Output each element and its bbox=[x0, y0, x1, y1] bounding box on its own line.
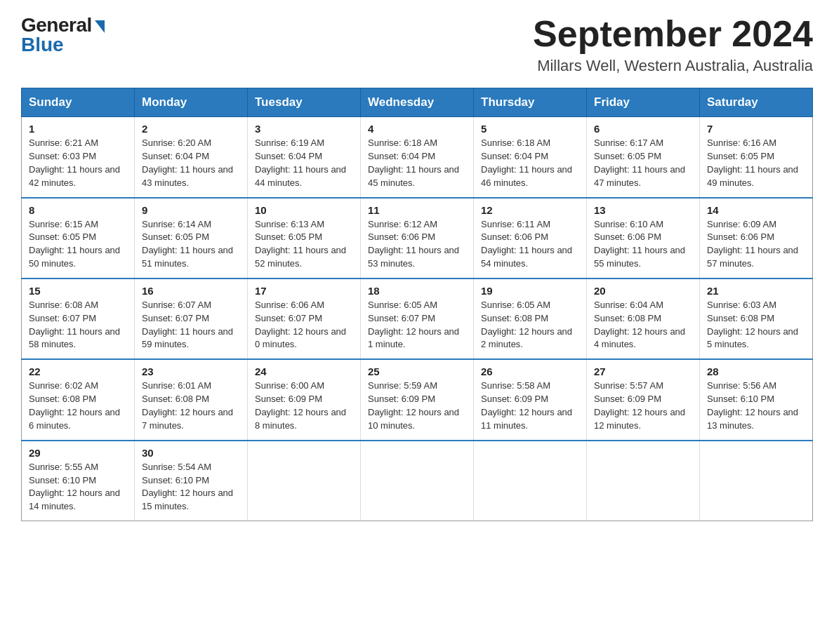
day-info: Sunrise: 6:06 AMSunset: 6:07 PMDaylight:… bbox=[255, 299, 353, 351]
calendar-day-cell: 10 Sunrise: 6:13 AMSunset: 6:05 PMDaylig… bbox=[248, 198, 361, 279]
calendar-week-row: 29 Sunrise: 5:55 AMSunset: 6:10 PMDaylig… bbox=[22, 441, 813, 521]
calendar-day-cell: 7 Sunrise: 6:16 AMSunset: 6:05 PMDayligh… bbox=[700, 117, 813, 198]
calendar-day-cell: 15 Sunrise: 6:08 AMSunset: 6:07 PMDaylig… bbox=[22, 279, 135, 359]
col-monday: Monday bbox=[135, 88, 248, 117]
calendar-day-cell bbox=[700, 441, 813, 521]
calendar-day-cell: 22 Sunrise: 6:02 AMSunset: 6:08 PMDaylig… bbox=[22, 359, 135, 440]
day-info: Sunrise: 5:56 AMSunset: 6:10 PMDaylight:… bbox=[707, 380, 805, 432]
day-number: 20 bbox=[594, 285, 692, 297]
day-number: 23 bbox=[142, 365, 240, 377]
col-sunday: Sunday bbox=[22, 88, 135, 117]
day-info: Sunrise: 5:55 AMSunset: 6:10 PMDaylight:… bbox=[29, 461, 127, 514]
calendar-day-cell: 29 Sunrise: 5:55 AMSunset: 6:10 PMDaylig… bbox=[22, 441, 135, 521]
day-number: 7 bbox=[707, 123, 805, 135]
day-number: 16 bbox=[142, 285, 240, 297]
day-info: Sunrise: 6:02 AMSunset: 6:08 PMDaylight:… bbox=[29, 380, 127, 432]
day-info: Sunrise: 6:09 AMSunset: 6:06 PMDaylight:… bbox=[707, 218, 805, 271]
calendar-day-cell: 11 Sunrise: 6:12 AMSunset: 6:06 PMDaylig… bbox=[361, 198, 474, 279]
day-number: 14 bbox=[707, 204, 805, 216]
title-area: September 2024 Millars Well, Western Aus… bbox=[533, 14, 813, 75]
day-info: Sunrise: 5:59 AMSunset: 6:09 PMDaylight:… bbox=[368, 380, 466, 432]
logo: General Blue bbox=[21, 14, 105, 56]
day-number: 5 bbox=[481, 123, 579, 135]
calendar-day-cell: 2 Sunrise: 6:20 AMSunset: 6:04 PMDayligh… bbox=[135, 117, 248, 198]
calendar-day-cell bbox=[474, 441, 587, 521]
day-info: Sunrise: 6:07 AMSunset: 6:07 PMDaylight:… bbox=[142, 299, 240, 351]
calendar-day-cell: 28 Sunrise: 5:56 AMSunset: 6:10 PMDaylig… bbox=[700, 359, 813, 440]
day-info: Sunrise: 6:04 AMSunset: 6:08 PMDaylight:… bbox=[594, 299, 692, 351]
calendar-week-row: 1 Sunrise: 6:21 AMSunset: 6:03 PMDayligh… bbox=[22, 117, 813, 198]
day-number: 1 bbox=[29, 123, 127, 135]
day-info: Sunrise: 6:01 AMSunset: 6:08 PMDaylight:… bbox=[142, 380, 240, 432]
day-number: 15 bbox=[29, 285, 127, 297]
day-info: Sunrise: 6:14 AMSunset: 6:05 PMDaylight:… bbox=[142, 218, 240, 271]
day-number: 17 bbox=[255, 285, 353, 297]
day-info: Sunrise: 6:17 AMSunset: 6:05 PMDaylight:… bbox=[594, 137, 692, 189]
day-info: Sunrise: 6:03 AMSunset: 6:08 PMDaylight:… bbox=[707, 299, 805, 351]
day-info: Sunrise: 6:18 AMSunset: 6:04 PMDaylight:… bbox=[481, 137, 579, 189]
calendar-day-cell: 13 Sunrise: 6:10 AMSunset: 6:06 PMDaylig… bbox=[587, 198, 700, 279]
calendar-day-cell bbox=[248, 441, 361, 521]
calendar-day-cell: 25 Sunrise: 5:59 AMSunset: 6:09 PMDaylig… bbox=[361, 359, 474, 440]
calendar-day-cell bbox=[361, 441, 474, 521]
day-info: Sunrise: 6:00 AMSunset: 6:09 PMDaylight:… bbox=[255, 380, 353, 432]
calendar-week-row: 22 Sunrise: 6:02 AMSunset: 6:08 PMDaylig… bbox=[22, 359, 813, 440]
day-number: 22 bbox=[29, 365, 127, 377]
day-info: Sunrise: 6:15 AMSunset: 6:05 PMDaylight:… bbox=[29, 218, 127, 271]
calendar-day-cell: 5 Sunrise: 6:18 AMSunset: 6:04 PMDayligh… bbox=[474, 117, 587, 198]
calendar-day-cell: 30 Sunrise: 5:54 AMSunset: 6:10 PMDaylig… bbox=[135, 441, 248, 521]
calendar-day-cell: 8 Sunrise: 6:15 AMSunset: 6:05 PMDayligh… bbox=[22, 198, 135, 279]
day-number: 2 bbox=[142, 123, 240, 135]
day-number: 29 bbox=[29, 447, 127, 459]
day-number: 28 bbox=[707, 365, 805, 377]
day-number: 13 bbox=[594, 204, 692, 216]
day-number: 6 bbox=[594, 123, 692, 135]
day-info: Sunrise: 5:58 AMSunset: 6:09 PMDaylight:… bbox=[481, 380, 579, 432]
day-number: 11 bbox=[368, 204, 466, 216]
calendar-day-cell: 23 Sunrise: 6:01 AMSunset: 6:08 PMDaylig… bbox=[135, 359, 248, 440]
day-info: Sunrise: 6:13 AMSunset: 6:05 PMDaylight:… bbox=[255, 218, 353, 271]
calendar-day-cell: 20 Sunrise: 6:04 AMSunset: 6:08 PMDaylig… bbox=[587, 279, 700, 359]
calendar-day-cell: 6 Sunrise: 6:17 AMSunset: 6:05 PMDayligh… bbox=[587, 117, 700, 198]
calendar-header-row: Sunday Monday Tuesday Wednesday Thursday… bbox=[22, 88, 813, 117]
day-info: Sunrise: 6:10 AMSunset: 6:06 PMDaylight:… bbox=[594, 218, 692, 271]
calendar-day-cell: 18 Sunrise: 6:05 AMSunset: 6:07 PMDaylig… bbox=[361, 279, 474, 359]
calendar-table: Sunday Monday Tuesday Wednesday Thursday… bbox=[21, 88, 813, 521]
calendar-day-cell: 21 Sunrise: 6:03 AMSunset: 6:08 PMDaylig… bbox=[700, 279, 813, 359]
day-number: 24 bbox=[255, 365, 353, 377]
day-number: 4 bbox=[368, 123, 466, 135]
day-number: 19 bbox=[481, 285, 579, 297]
day-number: 9 bbox=[142, 204, 240, 216]
day-number: 3 bbox=[255, 123, 353, 135]
calendar-day-cell: 12 Sunrise: 6:11 AMSunset: 6:06 PMDaylig… bbox=[474, 198, 587, 279]
calendar-day-cell: 19 Sunrise: 6:05 AMSunset: 6:08 PMDaylig… bbox=[474, 279, 587, 359]
day-info: Sunrise: 6:20 AMSunset: 6:04 PMDaylight:… bbox=[142, 137, 240, 189]
calendar-day-cell: 17 Sunrise: 6:06 AMSunset: 6:07 PMDaylig… bbox=[248, 279, 361, 359]
logo-arrow-icon bbox=[95, 20, 105, 33]
header: General Blue September 2024 Millars Well… bbox=[21, 14, 813, 75]
day-number: 21 bbox=[707, 285, 805, 297]
day-number: 18 bbox=[368, 285, 466, 297]
day-info: Sunrise: 6:16 AMSunset: 6:05 PMDaylight:… bbox=[707, 137, 805, 189]
month-title: September 2024 bbox=[533, 14, 813, 54]
calendar-day-cell: 1 Sunrise: 6:21 AMSunset: 6:03 PMDayligh… bbox=[22, 117, 135, 198]
calendar-day-cell: 24 Sunrise: 6:00 AMSunset: 6:09 PMDaylig… bbox=[248, 359, 361, 440]
calendar-week-row: 8 Sunrise: 6:15 AMSunset: 6:05 PMDayligh… bbox=[22, 198, 813, 279]
day-number: 12 bbox=[481, 204, 579, 216]
calendar-day-cell: 4 Sunrise: 6:18 AMSunset: 6:04 PMDayligh… bbox=[361, 117, 474, 198]
day-info: Sunrise: 6:05 AMSunset: 6:08 PMDaylight:… bbox=[481, 299, 579, 351]
day-number: 26 bbox=[481, 365, 579, 377]
day-info: Sunrise: 6:19 AMSunset: 6:04 PMDaylight:… bbox=[255, 137, 353, 189]
day-info: Sunrise: 6:05 AMSunset: 6:07 PMDaylight:… bbox=[368, 299, 466, 351]
location-title: Millars Well, Western Australia, Austral… bbox=[533, 57, 813, 75]
calendar-day-cell: 16 Sunrise: 6:07 AMSunset: 6:07 PMDaylig… bbox=[135, 279, 248, 359]
calendar-day-cell bbox=[587, 441, 700, 521]
day-info: Sunrise: 6:21 AMSunset: 6:03 PMDaylight:… bbox=[29, 137, 127, 189]
col-thursday: Thursday bbox=[474, 88, 587, 117]
calendar-day-cell: 9 Sunrise: 6:14 AMSunset: 6:05 PMDayligh… bbox=[135, 198, 248, 279]
day-number: 8 bbox=[29, 204, 127, 216]
col-tuesday: Tuesday bbox=[248, 88, 361, 117]
day-info: Sunrise: 6:11 AMSunset: 6:06 PMDaylight:… bbox=[481, 218, 579, 271]
logo-blue: Blue bbox=[21, 34, 64, 56]
day-number: 27 bbox=[594, 365, 692, 377]
